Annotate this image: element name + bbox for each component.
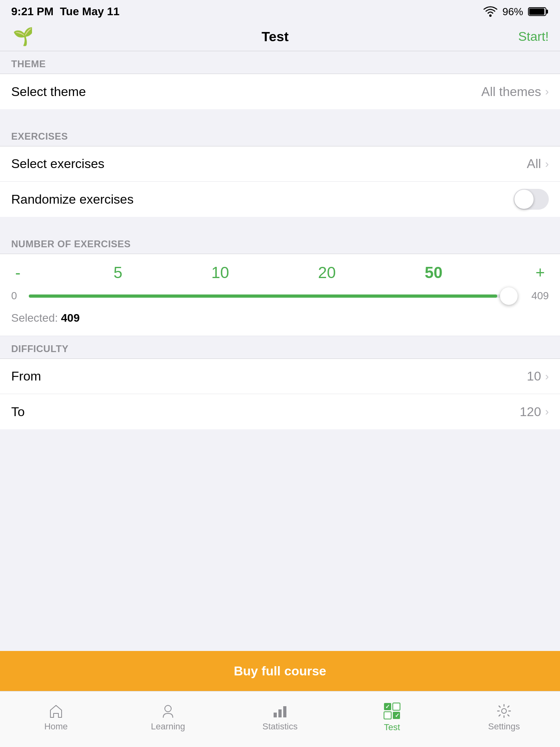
exercises-controls: - 5 10 20 50 + 0 409 Selected: 409 <box>0 254 560 336</box>
tab-bar: Home Learning Statistics ✓ ✓ Test <box>0 691 560 747</box>
battery-percentage: 96% <box>502 6 523 18</box>
num-20[interactable]: 20 <box>318 264 336 282</box>
svg-point-0 <box>489 14 492 17</box>
divider-2 <box>0 217 560 231</box>
settings-icon <box>496 703 512 719</box>
slider-thumb[interactable] <box>500 287 518 305</box>
statistics-icon <box>272 703 288 719</box>
tab-settings[interactable]: Settings <box>448 703 560 732</box>
tab-test-label: Test <box>384 722 400 733</box>
status-time: 9:21 PM <box>11 5 54 18</box>
from-chevron-icon: › <box>545 370 549 383</box>
svg-rect-7 <box>278 709 282 717</box>
decrease-button[interactable]: - <box>11 264 24 282</box>
select-theme-value: All themes › <box>481 84 549 99</box>
theme-chevron-icon: › <box>545 85 549 98</box>
slider-min-label: 0 <box>11 290 21 302</box>
wifi-icon <box>483 6 498 17</box>
page-title: Test <box>262 29 288 44</box>
tab-learning-label: Learning <box>151 721 185 732</box>
num-buttons-row: - 5 10 20 50 + <box>11 264 549 282</box>
increase-button[interactable]: + <box>532 264 549 282</box>
svg-point-15 <box>502 709 506 713</box>
difficulty-to-label: To <box>11 405 25 419</box>
difficulty-section-header: DIFFICULTY <box>0 336 560 359</box>
start-button[interactable]: Start! <box>518 29 549 44</box>
svg-text:✓: ✓ <box>395 712 400 719</box>
num-5[interactable]: 5 <box>114 264 122 282</box>
randomize-toggle[interactable] <box>514 189 549 210</box>
slider-fill <box>29 294 497 298</box>
difficulty-to-value: 120 › <box>520 405 549 419</box>
tab-home-label: Home <box>44 721 68 732</box>
tab-learning[interactable]: Learning <box>112 703 224 732</box>
tab-statistics-label: Statistics <box>262 721 298 732</box>
num-exercises-section-header: NUMBER OF EXERCISES <box>0 231 560 254</box>
num-50[interactable]: 50 <box>425 264 443 282</box>
tab-test[interactable]: ✓ ✓ Test <box>336 702 448 733</box>
status-date: Tue May 11 <box>60 5 120 18</box>
empty-content-area <box>0 429 560 621</box>
randomize-exercises-label: Randomize exercises <box>11 192 134 207</box>
selected-count: Selected: 409 <box>11 308 549 328</box>
svg-rect-2 <box>529 8 544 15</box>
toggle-thumb <box>514 190 534 209</box>
selected-value: 409 <box>61 312 80 324</box>
select-exercises-value: All › <box>527 156 549 171</box>
theme-card: Select theme All themes › <box>0 74 560 109</box>
difficulty-from-label: From <box>11 369 41 384</box>
svg-rect-8 <box>283 706 286 717</box>
tab-home[interactable]: Home <box>0 703 112 732</box>
status-icons: 96% <box>483 6 549 18</box>
difficulty-card: From 10 › To 120 › <box>0 359 560 429</box>
svg-rect-10 <box>393 703 400 710</box>
exercises-card: Select exercises All › Randomize exercis… <box>0 146 560 217</box>
tab-statistics[interactable]: Statistics <box>224 703 336 732</box>
difficulty-to-row[interactable]: To 120 › <box>0 394 560 429</box>
select-exercises-label: Select exercises <box>11 156 104 171</box>
svg-point-5 <box>165 705 171 712</box>
slider-track[interactable] <box>29 294 517 298</box>
select-theme-label: Select theme <box>11 84 86 99</box>
randomize-exercises-row: Randomize exercises <box>0 182 560 217</box>
select-exercises-row[interactable]: Select exercises All › <box>0 146 560 182</box>
buy-text: Buy full course <box>234 664 326 679</box>
status-bar: 9:21 PM Tue May 11 96% <box>0 0 560 22</box>
theme-section-header: THEME <box>0 51 560 74</box>
num-10[interactable]: 10 <box>211 264 229 282</box>
app-logo: 🌱 <box>11 26 32 48</box>
buy-banner[interactable]: Buy full course <box>0 651 560 691</box>
learning-icon <box>160 703 176 719</box>
home-icon <box>48 703 64 719</box>
exercises-chevron-icon: › <box>545 158 549 170</box>
difficulty-from-row[interactable]: From 10 › <box>0 359 560 394</box>
svg-rect-3 <box>546 10 548 14</box>
select-theme-row[interactable]: Select theme All themes › <box>0 74 560 109</box>
svg-rect-11 <box>384 712 391 719</box>
nav-bar: 🌱 Test Start! <box>0 22 560 51</box>
difficulty-from-value: 10 › <box>527 369 549 384</box>
exercises-section-header: EXERCISES <box>0 124 560 146</box>
slider-max-label: 409 <box>525 290 549 302</box>
tab-settings-label: Settings <box>488 721 520 732</box>
divider-1 <box>0 109 560 124</box>
num-exercises-card: - 5 10 20 50 + 0 409 Selected: 409 <box>0 254 560 336</box>
svg-text:✓: ✓ <box>385 703 390 710</box>
battery-icon <box>528 6 549 17</box>
svg-rect-6 <box>274 713 277 717</box>
test-icon: ✓ ✓ <box>383 702 401 720</box>
slider-container: 0 409 <box>11 290 549 302</box>
svg-text:🌱: 🌱 <box>13 26 32 46</box>
to-chevron-icon: › <box>545 405 549 418</box>
